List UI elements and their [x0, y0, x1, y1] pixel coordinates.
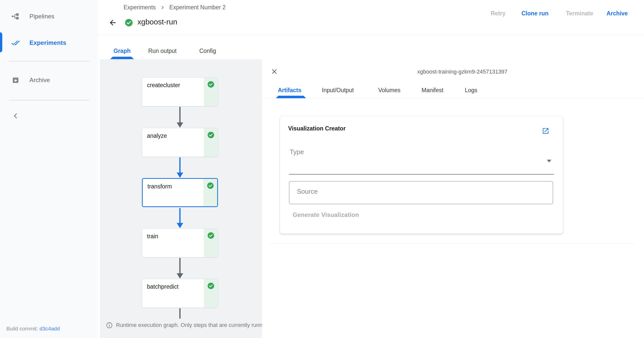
node-success-check-icon [207, 131, 214, 139]
graph-footer-note: Runtime execution graph. Only steps that… [106, 321, 262, 329]
node-success-check-icon [207, 232, 214, 239]
header-divider [98, 35, 644, 35]
run-status-success-icon [125, 18, 133, 27]
visualization-creator-title: Visualization Creator [288, 125, 346, 132]
page-title: xgboost-run [137, 18, 177, 26]
node-label: createcluster [147, 82, 180, 89]
node-success-check-icon [207, 81, 214, 88]
archive-button[interactable]: Archive [607, 10, 628, 17]
node-label: analyze [147, 132, 167, 139]
info-icon [106, 322, 113, 329]
experiments-double-check-icon [11, 39, 20, 47]
build-commit: Build commit: d3c4add [6, 326, 60, 332]
breadcrumb-current: Experiment Number 2 [169, 4, 226, 11]
tab-input-output[interactable]: Input/Output [322, 87, 354, 94]
active-tab-indicator [110, 57, 134, 59]
sidebar-item-pipelines[interactable]: Pipelines [0, 6, 98, 26]
node-status-strip [204, 78, 218, 106]
archive-box-icon [11, 76, 20, 84]
select-underline [289, 174, 554, 175]
app-root: Pipelines Experiments Archive [0, 0, 644, 338]
open-in-new-icon[interactable] [542, 127, 549, 135]
sidebar-item-archive[interactable]: Archive [0, 70, 98, 90]
visualization-creator-card: Visualization Creator Type Generate Visu… [280, 116, 563, 234]
graph-node-batchpredict[interactable]: batchpredict [142, 279, 218, 308]
graph-node-train[interactable]: train [142, 228, 218, 257]
graph-footer-text: Runtime execution graph. Only steps that… [116, 322, 262, 328]
node-status-strip [204, 229, 218, 257]
sidebar-collapse-chevron-left-icon[interactable] [12, 112, 20, 120]
build-commit-link[interactable]: d3c4add [40, 326, 60, 331]
sidebar-item-experiments[interactable]: Experiments [0, 33, 98, 53]
tab-graph[interactable]: Graph [113, 48, 131, 54]
tab-run-output[interactable]: Run output [148, 48, 177, 54]
node-status-strip [204, 128, 218, 157]
visualization-type-select[interactable]: Type [289, 144, 554, 175]
node-success-check-icon [207, 182, 214, 189]
artifacts-section-divider [270, 244, 635, 244]
node-status-strip [203, 179, 217, 206]
pipeline-graph: createcluster analyze transform [100, 59, 262, 338]
retry-button[interactable]: Retry [491, 10, 506, 17]
main-content: Experiments Experiment Number 2 xgboost-… [98, 0, 644, 338]
generate-visualization-button[interactable]: Generate Visualization [293, 211, 359, 218]
node-success-check-icon [207, 282, 214, 289]
tab-config[interactable]: Config [199, 48, 216, 54]
tab-artifacts[interactable]: Artifacts [278, 87, 301, 94]
node-label: train [147, 233, 158, 240]
sidebar-item-label: Experiments [29, 39, 66, 46]
graph-node-transform[interactable]: transform [142, 178, 218, 207]
sidebar-divider [9, 61, 89, 61]
sidebar-item-label: Pipelines [29, 13, 54, 20]
chevron-right-icon [160, 5, 165, 10]
breadcrumb-parent[interactable]: Experiments [124, 4, 156, 11]
active-tab-indicator [276, 96, 306, 98]
node-detail-panel: xgboost-training-gzkm9-2457131397 Artifa… [262, 59, 644, 338]
node-status-strip [204, 279, 218, 308]
sidebar-divider [9, 100, 89, 100]
terminate-button[interactable]: Terminate [566, 10, 593, 17]
tab-logs[interactable]: Logs [465, 87, 477, 94]
sidebar-item-label: Archive [29, 77, 50, 84]
detail-tabs-divider [262, 98, 644, 98]
clone-run-button[interactable]: Clone run [521, 10, 548, 17]
node-label: batchpredict [147, 283, 178, 290]
close-icon[interactable] [270, 67, 278, 76]
tab-manifest[interactable]: Manifest [422, 87, 443, 94]
sidebar: Pipelines Experiments Archive [0, 0, 98, 338]
detail-panel-title: xgboost-training-gzkm9-2457131397 [417, 69, 507, 75]
dropdown-caret-icon [547, 160, 551, 162]
build-commit-label: Build commit: [6, 326, 38, 331]
source-input[interactable] [289, 181, 553, 204]
pipelines-icon [11, 12, 20, 21]
type-select-label: Type [290, 148, 304, 156]
breadcrumb: Experiments Experiment Number 2 [124, 4, 226, 11]
back-arrow-icon[interactable] [108, 18, 117, 27]
graph-node-createcluster[interactable]: createcluster [142, 77, 218, 106]
graph-node-analyze[interactable]: analyze [142, 128, 218, 157]
node-label: transform [147, 183, 172, 190]
tab-volumes[interactable]: Volumes [378, 87, 400, 94]
